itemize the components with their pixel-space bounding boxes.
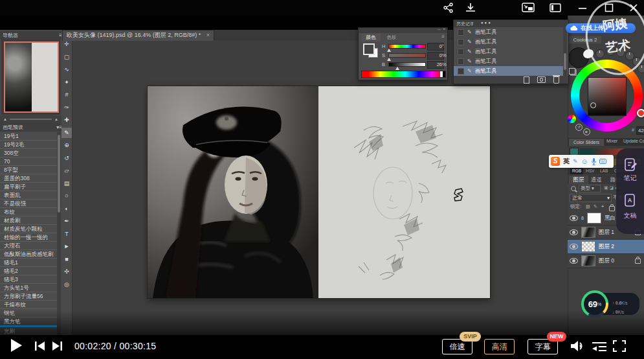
lasso-tool[interactable]: ∿ — [61, 64, 72, 75]
hue-ring-handle[interactable] — [637, 109, 644, 117]
navigator-thumbnail[interactable] — [4, 41, 59, 113]
scrollbar-thumb[interactable] — [58, 135, 60, 213]
brush-preset-item[interactable]: 蛋蛋的308 — [0, 174, 57, 183]
quality-button[interactable]: 高清 — [484, 339, 515, 354]
tab-color-sliders[interactable]: Color Sliders — [569, 139, 604, 146]
layer-thumbnail[interactable] — [587, 213, 601, 224]
dodge-tool[interactable]: ◐ — [61, 203, 72, 214]
type-tool[interactable]: T — [61, 229, 72, 239]
history-source-checkbox[interactable] — [458, 29, 464, 36]
delete-state-icon[interactable] — [553, 76, 559, 84]
layer-thumbnail[interactable] — [581, 241, 595, 252]
history-step[interactable]: ✎画笔工具 — [454, 56, 563, 66]
playlist-button[interactable] — [591, 341, 608, 353]
fullscreen-button[interactable] — [612, 340, 627, 353]
history-step[interactable]: ✎画笔工具 — [454, 47, 563, 56]
online-upload-button[interactable]: 在线上传 — [566, 23, 636, 33]
tab-rgb[interactable]: RGB — [570, 168, 583, 174]
shape-tool[interactable]: ■ — [61, 254, 72, 264]
layer-visibility-toggle[interactable] — [570, 215, 578, 221]
history-panel-header[interactable]: 历史记录 ●●● — [454, 20, 568, 27]
brush-preset-item[interactable]: 材质刷 — [0, 216, 57, 225]
layer-thumbnail[interactable] — [581, 255, 595, 266]
lock-all-icon[interactable] — [609, 206, 615, 211]
tab-mixer[interactable]: Mixer — [606, 139, 617, 143]
brush-preset-item[interactable]: 黑方笔 — [0, 318, 57, 327]
brush-preset-item[interactable]: 方形刷子流量56 — [0, 292, 57, 301]
share-icon[interactable] — [443, 3, 454, 13]
tab-update[interactable]: Update Cool — [623, 139, 644, 143]
coolorus-knob[interactable] — [595, 49, 605, 58]
brush-tool[interactable]: ✎ — [61, 128, 72, 138]
brush-preset-item[interactable]: 干燥布纹 — [0, 301, 57, 309]
pen-tool[interactable]: ✒ — [61, 216, 72, 226]
ime-toolbar[interactable]: S 英 ✎ ☺ — [549, 155, 614, 168]
document-tab[interactable]: 欧美女头像 (1419).psd @ 16.4% (图层 2, RGB/8#) … — [62, 30, 214, 41]
brush-preset-item[interactable]: 不是很强 — [0, 200, 57, 208]
layer-thumbnail[interactable] — [581, 227, 595, 238]
coolorus-tab[interactable]: Coolorus 2 — [569, 36, 601, 43]
brush-preset-item[interactable]: 308空 — [0, 149, 57, 157]
zoom-tool[interactable]: ◎ — [61, 279, 72, 290]
brush-preset-item[interactable]: 70 — [0, 157, 57, 166]
docs-item[interactable]: A — [623, 193, 638, 207]
saturation-slider[interactable] — [388, 53, 426, 58]
brush-preset-item[interactable]: 钢笔 — [0, 309, 57, 318]
history-source-checkbox[interactable] — [458, 58, 464, 65]
brush-preset-item[interactable]: 光刷 — [0, 327, 57, 335]
keyboard-icon[interactable] — [599, 159, 606, 164]
progress-gauge[interactable]: 69 % — [581, 290, 608, 318]
path-select-tool[interactable]: ► — [61, 241, 72, 251]
document-view[interactable] — [148, 86, 490, 298]
zoom-out-icon[interactable]: ▲ — [3, 117, 7, 121]
ime-language-mode[interactable]: 英 — [563, 157, 570, 166]
play-icon[interactable]: ▶ — [583, 128, 590, 135]
lock-pixels-icon[interactable]: ✎ — [594, 203, 597, 210]
blur-tool[interactable]: ○ — [61, 191, 72, 201]
history-source-checkbox[interactable] — [458, 39, 464, 45]
notes-item[interactable] — [623, 157, 638, 172]
tab-swatches[interactable]: 色板 — [382, 34, 401, 41]
play-button[interactable] — [11, 339, 22, 352]
layer-blend-select[interactable]: 正常▾ — [570, 194, 612, 202]
foreground-color-swatch[interactable] — [363, 43, 375, 55]
navigator-panel-header[interactable]: 导航器 ≡ — [0, 31, 64, 40]
black-swatch[interactable] — [443, 71, 445, 77]
brush-preset-item[interactable]: 扁平刷子 — [0, 183, 57, 191]
clone-stamp-tool[interactable]: ⊕ — [61, 140, 72, 150]
lock-position-icon[interactable]: + — [601, 203, 604, 210]
notes-label[interactable]: 笔记 — [616, 174, 644, 183]
history-brush-tool[interactable]: ↺ — [61, 153, 72, 163]
close-icon[interactable] — [628, 3, 639, 13]
tab-lab[interactable]: LAB — [600, 168, 608, 174]
emoji-icon[interactable]: ☺ — [581, 158, 588, 165]
lock-transparency-icon[interactable]: ▨ — [586, 203, 590, 210]
brush-preset-item[interactable]: 猪毛2 — [0, 267, 57, 275]
brush-preset-item[interactable]: 材质炭笔小颗粒 — [0, 225, 57, 233]
layer-row[interactable]: 图层 2 — [568, 240, 644, 254]
hue-slider-handle[interactable] — [387, 49, 391, 52]
history-scrollbar[interactable] — [563, 27, 567, 76]
next-episode-button[interactable] — [51, 341, 63, 351]
layer-visibility-toggle[interactable] — [570, 244, 578, 249]
maximize-icon[interactable] — [603, 3, 615, 13]
layer-visibility-toggle[interactable] — [570, 258, 578, 264]
brush-preset-item[interactable]: 布纹 — [0, 208, 57, 216]
brightness-slider-handle[interactable] — [395, 67, 399, 70]
history-source-checkbox[interactable] — [458, 68, 464, 75]
swatch-stack-icon[interactable] — [569, 68, 575, 75]
gradient-tool[interactable]: ▤ — [61, 178, 72, 189]
quick-select-tool[interactable]: ✦ — [61, 77, 72, 87]
tab-layers[interactable]: 图层 — [569, 176, 588, 184]
mini-color-wheel-icon[interactable] — [568, 115, 576, 123]
theater-mode-icon[interactable] — [550, 3, 561, 13]
zoom-in-icon[interactable]: ▲ — [54, 117, 58, 121]
new-document-from-state-icon[interactable] — [524, 76, 529, 84]
hand-tool[interactable]: ✣ — [61, 266, 72, 277]
sketch-canvas[interactable] — [318, 86, 490, 298]
brush-preset-item[interactable]: 猪毛3 — [0, 275, 57, 284]
pip-icon[interactable] — [522, 3, 535, 13]
reset-icon[interactable]: ↺ — [575, 124, 583, 131]
volume-button[interactable] — [570, 339, 585, 353]
history-step[interactable]: ✎画笔工具 — [454, 66, 563, 76]
